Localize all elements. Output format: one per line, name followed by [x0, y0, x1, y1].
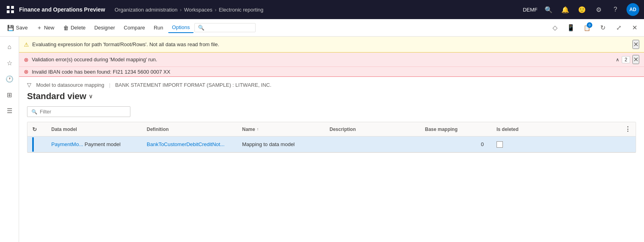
error-icon-2: ⊗ [24, 68, 29, 75]
row-data-model[interactable]: PaymentMo... Payment model [47, 141, 142, 147]
svg-rect-2 [7, 10, 10, 13]
sidebar-list-icon[interactable]: ☰ [2, 103, 17, 118]
table-col-description[interactable]: Description [325, 127, 420, 132]
sidebar-home-icon[interactable]: ⌂ [2, 40, 17, 54]
table-col-definition[interactable]: Definition [142, 127, 237, 132]
compare-button[interactable]: Compare [120, 23, 149, 33]
new-icon: ＋ [37, 24, 42, 31]
svg-rect-1 [11, 6, 14, 9]
sidebar-star-icon[interactable]: ☆ [2, 56, 17, 70]
view-title-text: Standard view [27, 91, 86, 101]
app-title: Finance and Operations Preview [19, 6, 105, 13]
sidebar: ⌂ ☆ 🕐 ⊞ ☰ [0, 37, 19, 242]
delete-icon: 🗑 [63, 25, 69, 31]
table-col-is-deleted[interactable]: Is deleted [492, 127, 620, 132]
warning-banner: ⚠ Evaluating expression for path 'format… [19, 37, 644, 53]
close-icon[interactable]: ✕ [628, 21, 641, 34]
table-col-name[interactable]: Name ↑ [237, 127, 325, 132]
main-content: ⚠ Evaluating expression for path 'format… [19, 37, 644, 242]
table-col-data-model[interactable]: Data model [47, 127, 142, 132]
error-count: 2 [622, 56, 630, 63]
run-button[interactable]: Run [150, 23, 167, 33]
sidebar-recent-icon[interactable]: 🕐 [2, 72, 17, 86]
filter-bar: 🔍 [27, 106, 636, 117]
error-banners: ⊗ Validation error(s) occured during 'Mo… [19, 53, 644, 77]
delete-button[interactable]: 🗑 Delete [59, 23, 90, 33]
toolbar: 💾 Save ＋ New 🗑 Delete Designer Compare R… [0, 19, 644, 37]
is-deleted-label: Is deleted [497, 127, 518, 132]
base-mapping-label: Base mapping [425, 127, 458, 132]
error-close-button[interactable]: ✕ [632, 55, 639, 64]
row-data-model-full: Payment model [85, 141, 120, 147]
sidebar-workspace-icon[interactable]: ⊞ [2, 88, 17, 102]
options-button[interactable]: Options [168, 22, 194, 33]
emoji-icon[interactable]: 🙂 [576, 4, 588, 15]
filter-input[interactable] [40, 109, 126, 115]
breadcrumb-sep2: › [215, 7, 216, 13]
data-model-label: Data model [51, 127, 77, 132]
error-up-icon[interactable]: ∧ [616, 57, 619, 62]
app-grid-icon[interactable] [5, 4, 16, 15]
table-col-base-mapping[interactable]: Base mapping [420, 127, 492, 132]
search-icon[interactable]: 🔍 [543, 4, 554, 15]
warning-icon: ⚠ [24, 41, 29, 48]
warning-close-button[interactable]: ✕ [632, 40, 639, 49]
error-text-1: Validation error(s) occured during 'Mode… [32, 57, 157, 62]
top-navigation: Finance and Operations Preview Organizat… [0, 0, 644, 19]
view-title-chevron-icon: ∨ [89, 93, 93, 100]
save-icon: 💾 [7, 25, 14, 31]
content-breadcrumb-left: Model to datasource mapping [36, 82, 104, 88]
toolbar-right: ◇ 📱 📋 0 ↻ ⤢ ✕ [549, 21, 641, 34]
save-button[interactable]: 💾 Save [3, 23, 32, 33]
settings-icon[interactable]: ⚙ [593, 4, 604, 15]
badge-icon[interactable]: 📋 0 [580, 21, 593, 34]
table-row[interactable]: PaymentMo... Payment model BankToCustome… [27, 137, 636, 152]
error-text-2: Invalid IBAN code has been found: FI21 1… [32, 69, 170, 75]
row-data-model-short: PaymentMo... [51, 141, 85, 147]
toolbar-search[interactable]: 🔍 [194, 23, 256, 32]
help-icon[interactable]: ? [610, 4, 621, 15]
row-is-deleted[interactable] [492, 141, 620, 148]
row-definition[interactable]: BankToCustomerDebitCreditNot... [142, 141, 237, 147]
breadcrumb-part3[interactable]: Electronic reporting [219, 7, 264, 13]
toolbar-search-input[interactable] [204, 25, 252, 31]
svg-rect-0 [7, 6, 10, 9]
table-header-refresh[interactable]: ↻ [27, 126, 47, 133]
row-selection-bar [32, 137, 34, 152]
error-banner-header: ⊗ Validation error(s) occured during 'Mo… [19, 53, 644, 66]
name-label: Name [242, 127, 255, 132]
breadcrumb-part1[interactable]: Organization administration [114, 7, 177, 13]
breadcrumb-sep1: › [180, 7, 182, 13]
avatar[interactable]: AD [627, 3, 639, 16]
notification-icon[interactable]: 🔔 [560, 4, 571, 15]
error-controls: ∧ 2 ✕ [616, 55, 639, 64]
refresh-icon[interactable]: ↻ [596, 21, 609, 34]
table-header: ↻ Data model Definition Name ↑ Descripti… [27, 122, 636, 137]
main-layout: ⌂ ☆ 🕐 ⊞ ☰ ⚠ Evaluating expression for pa… [0, 37, 644, 242]
error-banner-item: ⊗ Invalid IBAN code has been found: FI21… [19, 66, 644, 76]
description-label: Description [330, 127, 356, 132]
breadcrumb: Organization administration › Workspaces… [114, 7, 520, 13]
filter-search-icon: 🔍 [31, 109, 37, 115]
svg-rect-3 [11, 10, 14, 13]
content-area: ▽ Model to datasource mapping | BANK STA… [19, 77, 644, 242]
designer-button[interactable]: Designer [90, 23, 119, 33]
row-name-text: Mapping to data model [242, 141, 295, 147]
new-button[interactable]: ＋ New [33, 22, 58, 33]
expand-icon[interactable]: ⤢ [612, 21, 625, 34]
breadcrumb-part2[interactable]: Workspaces [184, 7, 212, 13]
row-base-mapping-value: 0 [481, 141, 484, 147]
diamond-icon[interactable]: ◇ [549, 21, 561, 34]
table-col-actions: ⋮ [620, 125, 636, 133]
view-title[interactable]: Standard view ∨ [27, 91, 636, 101]
row-name: Mapping to data model [237, 141, 325, 147]
more-options-icon[interactable]: ⋮ [625, 125, 631, 133]
is-deleted-checkbox[interactable] [497, 141, 503, 148]
row-selector [27, 137, 47, 152]
content-breadcrumb-right: BANK STATEMENT IMPORT FORMAT (SAMPLE) : … [115, 82, 272, 88]
definition-label: Definition [147, 127, 169, 132]
sort-asc-icon: ↑ [257, 127, 259, 131]
filter-input-container[interactable]: 🔍 [27, 106, 130, 117]
phone-icon[interactable]: 📱 [564, 21, 577, 34]
nav-right: DEMF 🔍 🔔 🙂 ⚙ ? AD [523, 3, 639, 16]
